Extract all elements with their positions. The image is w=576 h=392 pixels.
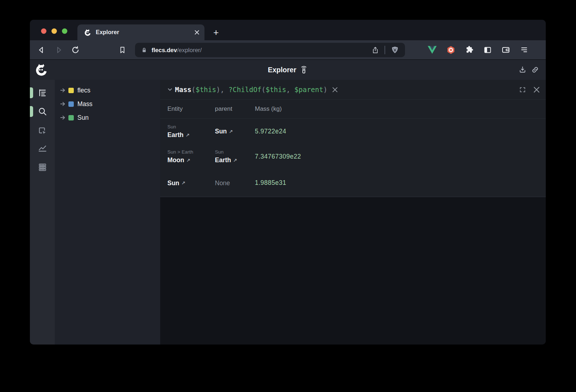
tree-item-label: flecs [77,87,90,94]
download-icon[interactable] [518,66,527,74]
flecs-logo-icon[interactable] [35,63,48,77]
browser-window: Explorer + [30,20,546,345]
tree-item-label: Sun [77,114,89,122]
tree-item-label: Mass [77,100,93,108]
link-icon[interactable] [531,66,539,74]
table-row: SunEarth↗Sun↗5.9722e24 [160,119,546,144]
query-token: ( [261,86,265,94]
entity-link[interactable]: Earth↗ [167,131,215,139]
mass-value: 5.9722e24 [255,128,546,135]
brave-shield-icon[interactable] [391,46,399,54]
parent-cell: SunEarth↗ [215,149,255,164]
entity-link[interactable]: Moon↗ [167,156,215,164]
expand-arrow-icon[interactable] [58,115,68,120]
column-header-mass: Mass (kg) [255,105,546,113]
query-result-card: Mass($this), ?ChildOf($this, $parent) [160,80,546,197]
expand-arrow-icon[interactable] [58,88,68,92]
page-title: Explorer [268,66,296,74]
column-header-entity: Entity [167,105,215,113]
navigation-bar: flecs.dev/explorer/ [30,40,546,59]
urlbar-divider [384,46,385,54]
menu-hamburger-icon[interactable] [520,46,528,54]
new-tab-button[interactable]: + [210,26,222,38]
entity-tree-panel: flecsMassSun [55,80,160,345]
url-path: /explorer/ [177,47,202,54]
query-token: Mass [175,86,192,94]
journal-icon[interactable] [37,163,47,172]
entity-path: Sun > Earth [167,149,215,155]
entity-cell: Sun > EarthMoon↗ [167,149,215,164]
mass-value: 7.34767309e22 [255,153,546,160]
entity-link[interactable]: Earth↗ [215,156,255,164]
query-header: Mass($this), ?ChildOf($this, $parent) [160,80,546,100]
main-content: flecsMassSun Mass($this), ?ChildOf($this… [30,80,546,345]
left-sidebar [30,80,55,345]
wallet-icon[interactable] [501,46,510,54]
table-header-row: Entity parent Mass (kg) [160,100,546,119]
inspector-icon[interactable] [37,126,47,136]
search-icon[interactable] [37,107,47,117]
entity-link[interactable]: Sun↗ [167,179,215,187]
expand-arrow-icon[interactable] [58,102,68,106]
mass-value: 1.9885e31 [255,179,546,187]
query-token: $parent [294,86,323,94]
query-token: , [286,86,294,94]
flecs-favicon-icon [84,29,91,36]
column-header-parent: parent [215,105,255,113]
back-button[interactable] [37,46,46,54]
query-token: $this [266,86,286,94]
bookmark-icon[interactable] [118,46,126,54]
entity-color-square [68,115,74,120]
forward-button[interactable] [54,46,63,54]
query-token: ( [192,86,195,94]
query-remove-icon[interactable] [332,87,338,92]
reload-button[interactable] [71,45,80,54]
table-row: Sun > EarthMoon↗SunEarth↗7.34767309e22 [160,144,546,169]
entity-name: None [215,179,255,187]
browser-tab-explorer[interactable]: Explorer [77,24,204,40]
titlebar: Explorer + [30,20,546,40]
url-bar[interactable]: flecs.dev/explorer/ [135,43,405,57]
chevron-down-icon[interactable] [167,86,173,93]
tree-item-Mass[interactable]: Mass [55,97,160,111]
entity-path: Sun [167,124,215,130]
app-header: Explorer [30,59,546,80]
close-window-button[interactable] [41,28,46,34]
entity-path: Sun [215,149,255,155]
query-token: ) [323,86,327,94]
query-token: ), [216,86,228,94]
remote-connection-icon [300,65,308,74]
entity-link[interactable]: Sun↗ [215,127,255,135]
minimize-window-button[interactable] [51,28,57,34]
hexagon-extension-icon[interactable] [446,45,455,54]
share-icon[interactable] [372,46,379,54]
tree-item-flecs[interactable]: flecs [55,83,160,97]
tab-close-icon[interactable] [194,30,199,35]
entity-color-square [68,88,74,93]
query-expression[interactable]: Mass($this), ?ChildOf($this, $parent) [175,86,327,94]
extension-icons [428,45,528,54]
tree-item-Sun[interactable]: Sun [55,111,160,124]
entity-color-square [68,101,74,107]
tree-active-indicator [30,87,33,98]
entity-cell: Sun↗ [167,179,215,187]
extensions-puzzle-icon[interactable] [465,46,474,54]
tab-title: Explorer [96,29,194,36]
query-token: ?ChildOf [229,86,262,94]
fullscreen-icon[interactable] [519,86,526,93]
query-panel: Mass($this), ?ChildOf($this, $parent) [160,80,546,345]
sidebar-toggle-icon[interactable] [483,46,492,54]
close-query-icon[interactable] [534,87,540,93]
tree-view-icon[interactable] [37,88,47,98]
goto-entity-icon: ↗ [181,181,185,185]
table-row: Sun↗None1.9885e31 [160,169,546,197]
entity-cell: SunEarth↗ [167,124,215,139]
goto-entity-icon: ↗ [186,158,190,163]
maximize-window-button[interactable] [62,28,67,34]
parent-cell: Sun↗ [215,127,255,135]
stats-icon[interactable] [37,143,47,153]
vue-devtools-icon[interactable] [428,46,437,54]
query-token: $this [195,86,216,94]
goto-entity-icon: ↗ [229,129,233,134]
parent-cell: None [215,179,255,187]
